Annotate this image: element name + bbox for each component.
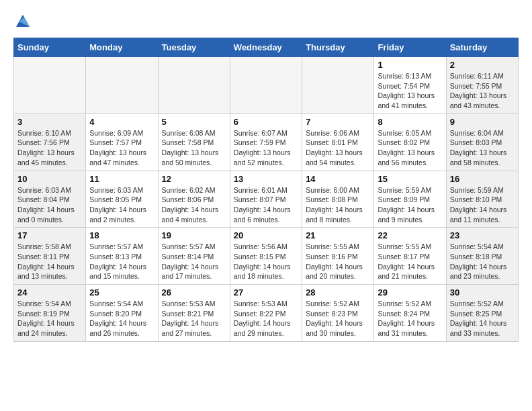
week-row-4: 17Sunrise: 5:58 AM Sunset: 8:11 PM Dayli… xyxy=(14,228,519,285)
calendar-cell: 14Sunrise: 6:00 AM Sunset: 8:08 PM Dayli… xyxy=(302,171,374,228)
calendar-cell: 10Sunrise: 6:03 AM Sunset: 8:04 PM Dayli… xyxy=(14,171,86,228)
calendar-cell: 5Sunrise: 6:08 AM Sunset: 7:58 PM Daylig… xyxy=(158,113,230,171)
day-number: 23 xyxy=(450,230,515,240)
day-number: 20 xyxy=(234,230,298,240)
calendar-cell: 3Sunrise: 6:10 AM Sunset: 7:56 PM Daylig… xyxy=(14,113,86,171)
cell-info: Sunrise: 6:00 AM Sunset: 8:08 PM Dayligh… xyxy=(306,185,370,225)
calendar-cell xyxy=(14,57,86,114)
calendar-cell: 28Sunrise: 5:52 AM Sunset: 8:23 PM Dayli… xyxy=(302,285,374,342)
cell-info: Sunrise: 6:02 AM Sunset: 8:06 PM Dayligh… xyxy=(162,185,226,225)
cell-info: Sunrise: 6:07 AM Sunset: 7:59 PM Dayligh… xyxy=(234,128,298,168)
cell-info: Sunrise: 5:55 AM Sunset: 8:16 PM Dayligh… xyxy=(306,242,370,281)
column-header-saturday: Saturday xyxy=(446,38,518,57)
calendar-cell: 1Sunrise: 6:13 AM Sunset: 7:54 PM Daylig… xyxy=(374,57,446,114)
column-header-wednesday: Wednesday xyxy=(230,38,302,57)
day-number: 9 xyxy=(450,117,515,127)
day-number: 1 xyxy=(378,60,442,70)
calendar-cell: 7Sunrise: 6:06 AM Sunset: 8:01 PM Daylig… xyxy=(302,113,374,171)
page-header xyxy=(0,0,532,38)
calendar-cell: 21Sunrise: 5:55 AM Sunset: 8:16 PM Dayli… xyxy=(302,228,374,285)
cell-info: Sunrise: 5:55 AM Sunset: 8:17 PM Dayligh… xyxy=(378,242,442,281)
day-number: 10 xyxy=(17,174,82,184)
calendar-cell: 25Sunrise: 5:54 AM Sunset: 8:20 PM Dayli… xyxy=(86,285,158,342)
column-header-sunday: Sunday xyxy=(14,38,86,57)
column-header-friday: Friday xyxy=(374,38,446,57)
calendar-cell: 16Sunrise: 5:59 AM Sunset: 8:10 PM Dayli… xyxy=(446,171,518,228)
day-number: 17 xyxy=(17,230,82,240)
day-number: 18 xyxy=(89,230,154,240)
day-number: 14 xyxy=(306,174,370,184)
cell-info: Sunrise: 6:04 AM Sunset: 8:03 PM Dayligh… xyxy=(450,128,515,168)
logo xyxy=(13,12,34,31)
cell-info: Sunrise: 6:05 AM Sunset: 8:02 PM Dayligh… xyxy=(378,128,442,168)
calendar-header: SundayMondayTuesdayWednesdayThursdayFrid… xyxy=(14,38,519,57)
day-number: 19 xyxy=(162,230,226,240)
calendar-cell: 9Sunrise: 6:04 AM Sunset: 8:03 PM Daylig… xyxy=(446,113,518,171)
header-row: SundayMondayTuesdayWednesdayThursdayFrid… xyxy=(14,38,519,57)
day-number: 30 xyxy=(450,287,515,298)
week-row-1: 1Sunrise: 6:13 AM Sunset: 7:54 PM Daylig… xyxy=(14,57,519,114)
day-number: 16 xyxy=(450,174,515,184)
cell-info: Sunrise: 5:54 AM Sunset: 8:20 PM Dayligh… xyxy=(89,299,154,338)
week-row-2: 3Sunrise: 6:10 AM Sunset: 7:56 PM Daylig… xyxy=(14,113,519,171)
cell-info: Sunrise: 6:03 AM Sunset: 8:05 PM Dayligh… xyxy=(89,185,154,225)
calendar-cell: 15Sunrise: 5:59 AM Sunset: 8:09 PM Dayli… xyxy=(374,171,446,228)
calendar-cell: 4Sunrise: 6:09 AM Sunset: 7:57 PM Daylig… xyxy=(86,113,158,171)
cell-info: Sunrise: 5:54 AM Sunset: 8:18 PM Dayligh… xyxy=(450,242,515,281)
day-number: 7 xyxy=(306,117,370,127)
calendar-cell: 23Sunrise: 5:54 AM Sunset: 8:18 PM Dayli… xyxy=(446,228,518,285)
calendar-cell xyxy=(86,57,158,114)
day-number: 4 xyxy=(89,117,154,127)
calendar-cell: 24Sunrise: 5:54 AM Sunset: 8:19 PM Dayli… xyxy=(14,285,86,342)
cell-info: Sunrise: 5:54 AM Sunset: 8:19 PM Dayligh… xyxy=(17,299,82,338)
day-number: 26 xyxy=(162,287,226,298)
calendar-cell: 13Sunrise: 6:01 AM Sunset: 8:07 PM Dayli… xyxy=(230,171,302,228)
cell-info: Sunrise: 6:01 AM Sunset: 8:07 PM Dayligh… xyxy=(234,185,298,225)
cell-info: Sunrise: 5:52 AM Sunset: 8:24 PM Dayligh… xyxy=(378,299,442,338)
calendar-cell: 2Sunrise: 6:11 AM Sunset: 7:55 PM Daylig… xyxy=(446,57,518,114)
week-row-5: 24Sunrise: 5:54 AM Sunset: 8:19 PM Dayli… xyxy=(14,285,519,342)
calendar-cell: 18Sunrise: 5:57 AM Sunset: 8:13 PM Dayli… xyxy=(86,228,158,285)
day-number: 6 xyxy=(234,117,298,127)
day-number: 12 xyxy=(162,174,226,184)
calendar-cell xyxy=(158,57,230,114)
day-number: 15 xyxy=(378,174,442,184)
logo-icon xyxy=(13,12,32,31)
calendar-cell: 11Sunrise: 6:03 AM Sunset: 8:05 PM Dayli… xyxy=(86,171,158,228)
calendar-cell: 22Sunrise: 5:55 AM Sunset: 8:17 PM Dayli… xyxy=(374,228,446,285)
cell-info: Sunrise: 6:13 AM Sunset: 7:54 PM Dayligh… xyxy=(378,71,442,111)
calendar-cell xyxy=(230,57,302,114)
day-number: 24 xyxy=(17,287,82,298)
cell-info: Sunrise: 6:06 AM Sunset: 8:01 PM Dayligh… xyxy=(306,128,370,168)
cell-info: Sunrise: 5:58 AM Sunset: 8:11 PM Dayligh… xyxy=(17,242,82,281)
cell-info: Sunrise: 6:10 AM Sunset: 7:56 PM Dayligh… xyxy=(17,128,82,168)
cell-info: Sunrise: 5:56 AM Sunset: 8:15 PM Dayligh… xyxy=(234,242,298,281)
calendar-cell: 6Sunrise: 6:07 AM Sunset: 7:59 PM Daylig… xyxy=(230,113,302,171)
calendar-cell: 12Sunrise: 6:02 AM Sunset: 8:06 PM Dayli… xyxy=(158,171,230,228)
day-number: 27 xyxy=(234,287,298,298)
day-number: 21 xyxy=(306,230,370,240)
calendar-body: 1Sunrise: 6:13 AM Sunset: 7:54 PM Daylig… xyxy=(14,57,519,342)
cell-info: Sunrise: 5:59 AM Sunset: 8:10 PM Dayligh… xyxy=(450,185,515,225)
cell-info: Sunrise: 5:52 AM Sunset: 8:25 PM Dayligh… xyxy=(450,299,515,338)
calendar-cell: 26Sunrise: 5:53 AM Sunset: 8:21 PM Dayli… xyxy=(158,285,230,342)
week-row-3: 10Sunrise: 6:03 AM Sunset: 8:04 PM Dayli… xyxy=(14,171,519,228)
cell-info: Sunrise: 5:57 AM Sunset: 8:13 PM Dayligh… xyxy=(89,242,154,281)
cell-info: Sunrise: 6:11 AM Sunset: 7:55 PM Dayligh… xyxy=(450,71,515,111)
calendar-container: SundayMondayTuesdayWednesdayThursdayFrid… xyxy=(0,38,532,349)
day-number: 11 xyxy=(89,174,154,184)
day-number: 29 xyxy=(378,287,442,298)
cell-info: Sunrise: 5:59 AM Sunset: 8:09 PM Dayligh… xyxy=(378,185,442,225)
day-number: 22 xyxy=(378,230,442,240)
calendar-cell: 17Sunrise: 5:58 AM Sunset: 8:11 PM Dayli… xyxy=(14,228,86,285)
column-header-tuesday: Tuesday xyxy=(158,38,230,57)
calendar-cell xyxy=(302,57,374,114)
cell-info: Sunrise: 6:03 AM Sunset: 8:04 PM Dayligh… xyxy=(17,185,82,225)
cell-info: Sunrise: 5:53 AM Sunset: 8:21 PM Dayligh… xyxy=(162,299,226,338)
day-number: 5 xyxy=(162,117,226,127)
calendar-cell: 30Sunrise: 5:52 AM Sunset: 8:25 PM Dayli… xyxy=(446,285,518,342)
calendar-cell: 8Sunrise: 6:05 AM Sunset: 8:02 PM Daylig… xyxy=(374,113,446,171)
day-number: 28 xyxy=(306,287,370,298)
day-number: 25 xyxy=(89,287,154,298)
calendar-table: SundayMondayTuesdayWednesdayThursdayFrid… xyxy=(13,38,519,342)
